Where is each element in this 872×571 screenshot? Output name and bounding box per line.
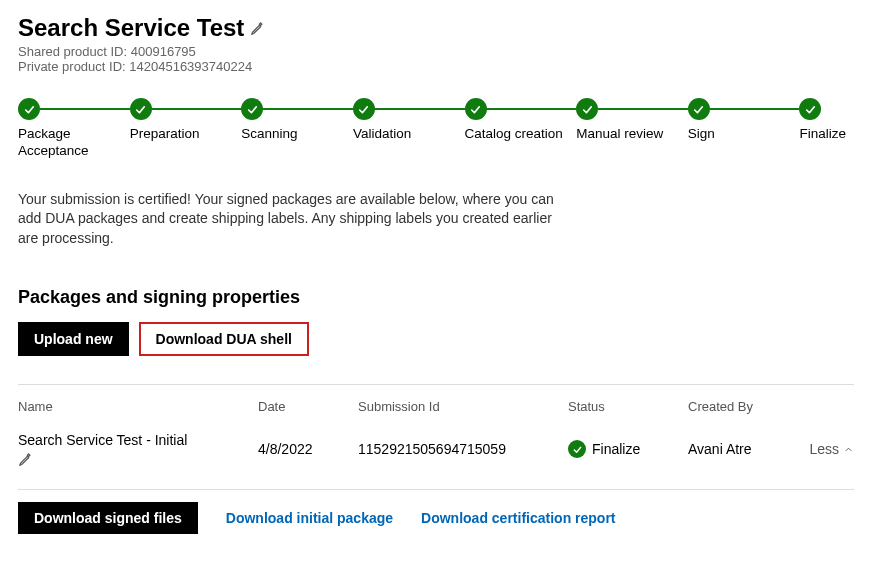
edit-icon[interactable] [250,21,265,36]
col-header-name: Name [18,399,258,414]
progress-step: Preparation [130,98,242,143]
col-header-status: Status [568,399,688,414]
check-icon [130,98,152,120]
row-date: 4/8/2022 [258,441,358,457]
check-icon [353,98,375,120]
step-label: Catalog creation [465,126,571,143]
progress-step: Package Acceptance [18,98,130,160]
chevron-up-icon [843,444,854,455]
step-label: Sign [688,126,723,143]
submissions-table: Name Date Submission Id Status Created B… [18,399,854,477]
download-signed-files-button[interactable]: Download signed files [18,502,198,534]
divider [18,489,854,490]
progress-step: Manual review [576,98,688,143]
step-label: Validation [353,126,419,143]
edit-icon[interactable] [18,452,258,467]
download-initial-package-link[interactable]: Download initial package [226,510,393,526]
download-dua-shell-button[interactable]: Download DUA shell [139,322,309,356]
upload-new-button[interactable]: Upload new [18,322,129,356]
check-icon [18,98,40,120]
step-label: Manual review [576,126,671,143]
status-text: Your submission is certified! Your signe… [18,190,558,249]
step-label: Finalize [799,126,854,143]
check-icon [241,98,263,120]
step-label: Scanning [241,126,305,143]
private-product-id: Private product ID: 14204516393740224 [18,59,854,74]
page-title: Search Service Test [18,14,244,42]
col-header-created: Created By [688,399,788,414]
divider [18,384,854,385]
status-check-icon [568,440,586,458]
check-icon [576,98,598,120]
col-header-subid: Submission Id [358,399,568,414]
progress-step: Validation [353,98,465,143]
table-row: Search Service Test - Initial 4/8/2022 1… [18,432,854,477]
row-subid: 1152921505694715059 [358,441,568,457]
progress-step: Sign [688,98,800,143]
progress-step: Finalize [799,98,854,143]
step-label: Preparation [130,126,208,143]
progress-step: Scanning [241,98,353,143]
step-label: Package Acceptance [18,126,130,160]
shared-product-id: Shared product ID: 400916795 [18,44,854,59]
check-icon [465,98,487,120]
row-status-text: Finalize [592,441,640,457]
progress-steps: Package AcceptancePreparationScanningVal… [18,98,854,160]
check-icon [688,98,710,120]
col-header-date: Date [258,399,358,414]
progress-step: Catalog creation [465,98,577,143]
check-icon [799,98,821,120]
row-created-by: Avani Atre [688,441,788,457]
packages-heading: Packages and signing properties [18,287,854,308]
row-name-text: Search Service Test - Initial [18,432,258,448]
download-certification-report-link[interactable]: Download certification report [421,510,615,526]
expand-toggle[interactable]: Less [809,441,854,457]
